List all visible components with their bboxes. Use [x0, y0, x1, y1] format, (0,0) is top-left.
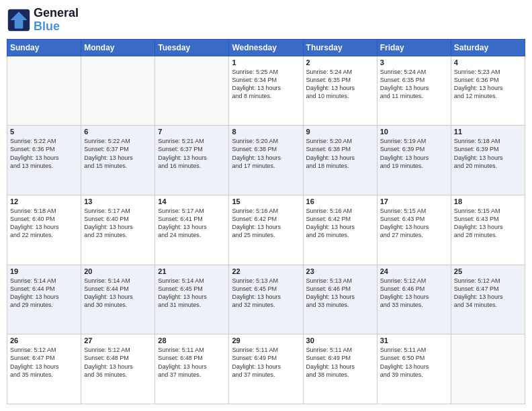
- day-info: Sunrise: 5:11 AM Sunset: 6:49 PM Dayligh…: [306, 346, 374, 379]
- day-info: Sunrise: 5:11 AM Sunset: 6:50 PM Dayligh…: [380, 346, 448, 379]
- day-info: Sunrise: 5:15 AM Sunset: 6:43 PM Dayligh…: [380, 207, 448, 240]
- day-number: 20: [84, 267, 152, 275]
- day-number: 31: [380, 336, 448, 345]
- calendar-cell: 2Sunrise: 5:24 AM Sunset: 6:35 PM Daylig…: [303, 56, 377, 126]
- day-number: 9: [306, 128, 374, 136]
- day-number: 13: [84, 197, 152, 205]
- calendar-cell: [451, 334, 525, 404]
- day-info: Sunrise: 5:20 AM Sunset: 6:38 PM Dayligh…: [232, 137, 300, 170]
- calendar-cell: 22Sunrise: 5:13 AM Sunset: 6:45 PM Dayli…: [229, 265, 303, 334]
- day-number: 5: [10, 128, 78, 136]
- calendar-cell: 29Sunrise: 5:11 AM Sunset: 6:49 PM Dayli…: [229, 334, 303, 404]
- day-number: 25: [454, 267, 522, 275]
- day-info: Sunrise: 5:14 AM Sunset: 6:45 PM Dayligh…: [158, 277, 226, 310]
- calendar-cell: [7, 56, 81, 126]
- day-info: Sunrise: 5:13 AM Sunset: 6:45 PM Dayligh…: [232, 277, 300, 310]
- calendar-cell: 4Sunrise: 5:23 AM Sunset: 6:36 PM Daylig…: [451, 56, 525, 126]
- day-info: Sunrise: 5:22 AM Sunset: 6:36 PM Dayligh…: [10, 137, 78, 170]
- calendar-cell: 14Sunrise: 5:17 AM Sunset: 6:41 PM Dayli…: [155, 195, 229, 265]
- calendar-cell: 31Sunrise: 5:11 AM Sunset: 6:50 PM Dayli…: [377, 334, 451, 404]
- calendar-header-row: SundayMondayTuesdayWednesdayThursdayFrid…: [7, 39, 525, 56]
- day-info: Sunrise: 5:12 AM Sunset: 6:47 PM Dayligh…: [10, 346, 78, 379]
- day-number: 11: [454, 128, 522, 136]
- calendar-cell: 13Sunrise: 5:17 AM Sunset: 6:40 PM Dayli…: [81, 195, 155, 265]
- day-header-thursday: Thursday: [303, 39, 377, 56]
- day-info: Sunrise: 5:14 AM Sunset: 6:44 PM Dayligh…: [84, 277, 152, 310]
- day-number: 6: [84, 128, 152, 136]
- day-info: Sunrise: 5:21 AM Sunset: 6:37 PM Dayligh…: [158, 137, 226, 170]
- calendar-body: 1Sunrise: 5:25 AM Sunset: 6:34 PM Daylig…: [7, 56, 525, 404]
- week-row-1: 5Sunrise: 5:22 AM Sunset: 6:36 PM Daylig…: [7, 126, 525, 195]
- header: General Blue: [7, 7, 525, 34]
- day-number: 19: [10, 267, 78, 275]
- day-info: Sunrise: 5:18 AM Sunset: 6:40 PM Dayligh…: [10, 207, 78, 240]
- day-number: 29: [232, 336, 300, 345]
- day-number: 7: [158, 128, 226, 136]
- day-number: 2: [306, 58, 374, 66]
- day-number: 8: [232, 128, 300, 136]
- calendar-cell: 26Sunrise: 5:12 AM Sunset: 6:47 PM Dayli…: [7, 334, 81, 404]
- calendar-cell: 30Sunrise: 5:11 AM Sunset: 6:49 PM Dayli…: [303, 334, 377, 404]
- day-header-friday: Friday: [377, 39, 451, 56]
- logo-text: General Blue: [34, 7, 79, 34]
- calendar-cell: 21Sunrise: 5:14 AM Sunset: 6:45 PM Dayli…: [155, 265, 229, 334]
- calendar-cell: 23Sunrise: 5:13 AM Sunset: 6:46 PM Dayli…: [303, 265, 377, 334]
- week-row-3: 19Sunrise: 5:14 AM Sunset: 6:44 PM Dayli…: [7, 265, 525, 334]
- day-header-sunday: Sunday: [7, 39, 81, 56]
- day-number: 26: [10, 336, 78, 345]
- day-number: 10: [380, 128, 448, 136]
- day-number: 16: [306, 197, 374, 205]
- day-number: 24: [380, 267, 448, 275]
- day-number: 14: [158, 197, 226, 205]
- calendar-cell: 27Sunrise: 5:12 AM Sunset: 6:48 PM Dayli…: [81, 334, 155, 404]
- day-number: 1: [232, 58, 300, 66]
- day-header-saturday: Saturday: [451, 39, 525, 56]
- calendar-cell: [155, 56, 229, 126]
- calendar-cell: 12Sunrise: 5:18 AM Sunset: 6:40 PM Dayli…: [7, 195, 81, 265]
- day-info: Sunrise: 5:13 AM Sunset: 6:46 PM Dayligh…: [306, 277, 374, 310]
- calendar-cell: [81, 56, 155, 126]
- day-header-monday: Monday: [81, 39, 155, 56]
- day-number: 4: [454, 58, 522, 66]
- day-info: Sunrise: 5:12 AM Sunset: 6:46 PM Dayligh…: [380, 277, 448, 310]
- calendar-cell: 10Sunrise: 5:19 AM Sunset: 6:39 PM Dayli…: [377, 126, 451, 195]
- calendar-cell: 19Sunrise: 5:14 AM Sunset: 6:44 PM Dayli…: [7, 265, 81, 334]
- day-number: 27: [84, 336, 152, 345]
- day-number: 17: [380, 197, 448, 205]
- calendar-cell: 11Sunrise: 5:18 AM Sunset: 6:39 PM Dayli…: [451, 126, 525, 195]
- week-row-2: 12Sunrise: 5:18 AM Sunset: 6:40 PM Dayli…: [7, 195, 525, 265]
- day-info: Sunrise: 5:18 AM Sunset: 6:39 PM Dayligh…: [454, 137, 522, 170]
- day-info: Sunrise: 5:24 AM Sunset: 6:35 PM Dayligh…: [306, 68, 374, 101]
- day-number: 15: [232, 197, 300, 205]
- day-info: Sunrise: 5:15 AM Sunset: 6:43 PM Dayligh…: [454, 207, 522, 240]
- day-number: 22: [232, 267, 300, 275]
- calendar-cell: 18Sunrise: 5:15 AM Sunset: 6:43 PM Dayli…: [451, 195, 525, 265]
- calendar-cell: 28Sunrise: 5:11 AM Sunset: 6:48 PM Dayli…: [155, 334, 229, 404]
- day-info: Sunrise: 5:14 AM Sunset: 6:44 PM Dayligh…: [10, 277, 78, 310]
- day-info: Sunrise: 5:17 AM Sunset: 6:40 PM Dayligh…: [84, 207, 152, 240]
- calendar-cell: 20Sunrise: 5:14 AM Sunset: 6:44 PM Dayli…: [81, 265, 155, 334]
- calendar-cell: 7Sunrise: 5:21 AM Sunset: 6:37 PM Daylig…: [155, 126, 229, 195]
- page: General Blue SundayMondayTuesdayWednesda…: [0, 0, 532, 411]
- day-number: 30: [306, 336, 374, 345]
- day-number: 18: [454, 197, 522, 205]
- day-info: Sunrise: 5:11 AM Sunset: 6:48 PM Dayligh…: [158, 346, 226, 379]
- calendar-cell: 6Sunrise: 5:22 AM Sunset: 6:37 PM Daylig…: [81, 126, 155, 195]
- day-number: 12: [10, 197, 78, 205]
- calendar-cell: 25Sunrise: 5:12 AM Sunset: 6:47 PM Dayli…: [451, 265, 525, 334]
- day-info: Sunrise: 5:20 AM Sunset: 6:38 PM Dayligh…: [306, 137, 374, 170]
- day-header-wednesday: Wednesday: [229, 39, 303, 56]
- week-row-4: 26Sunrise: 5:12 AM Sunset: 6:47 PM Dayli…: [7, 334, 525, 404]
- logo: General Blue: [7, 7, 79, 34]
- calendar-cell: 9Sunrise: 5:20 AM Sunset: 6:38 PM Daylig…: [303, 126, 377, 195]
- day-info: Sunrise: 5:24 AM Sunset: 6:35 PM Dayligh…: [380, 68, 448, 101]
- calendar-cell: 24Sunrise: 5:12 AM Sunset: 6:46 PM Dayli…: [377, 265, 451, 334]
- day-info: Sunrise: 5:19 AM Sunset: 6:39 PM Dayligh…: [380, 137, 448, 170]
- calendar-cell: 8Sunrise: 5:20 AM Sunset: 6:38 PM Daylig…: [229, 126, 303, 195]
- day-number: 21: [158, 267, 226, 275]
- calendar-cell: 16Sunrise: 5:16 AM Sunset: 6:42 PM Dayli…: [303, 195, 377, 265]
- day-number: 28: [158, 336, 226, 345]
- calendar-cell: 15Sunrise: 5:16 AM Sunset: 6:42 PM Dayli…: [229, 195, 303, 265]
- day-info: Sunrise: 5:11 AM Sunset: 6:49 PM Dayligh…: [232, 346, 300, 379]
- day-info: Sunrise: 5:16 AM Sunset: 6:42 PM Dayligh…: [232, 207, 300, 240]
